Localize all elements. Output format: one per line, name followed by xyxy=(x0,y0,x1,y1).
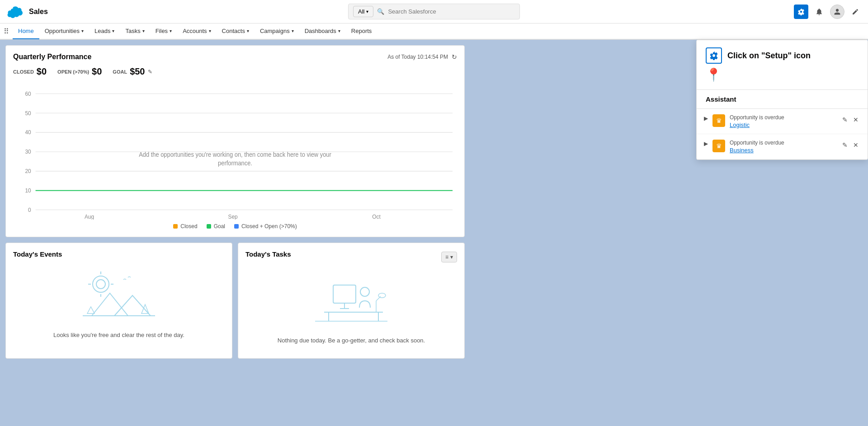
nav-files[interactable]: Files ▾ xyxy=(150,23,177,39)
svg-text:40: 40 xyxy=(25,129,31,136)
assistant-popup: Click on "Setup" icon 📍 Assistant ▶ ♛ Op… xyxy=(696,40,868,160)
open-stat: OPEN (>70%) $0 xyxy=(57,66,102,77)
closed-stat: CLOSED $0 xyxy=(13,66,47,77)
events-empty-text: Looks like you're free and clear the res… xyxy=(53,332,184,338)
accounts-chevron: ▾ xyxy=(209,28,211,33)
nav-contacts[interactable]: Contacts ▾ xyxy=(217,23,255,39)
bell-icon xyxy=(815,8,823,16)
search-bar: All ▾ 🔍 xyxy=(348,4,520,19)
nav-dashboards[interactable]: Dashboards ▾ xyxy=(299,23,346,39)
goal-value: $50 xyxy=(130,66,145,77)
events-title: Today's Events xyxy=(13,250,225,258)
assistant-close-1[interactable]: ✕ xyxy=(851,140,860,150)
svg-text:Oct: Oct xyxy=(372,213,381,220)
edit-button[interactable] xyxy=(848,5,863,19)
setup-icon-box xyxy=(706,47,722,64)
assistant-item-actions-0: ✎ ✕ xyxy=(840,114,860,125)
assistant-item-1: ▶ ♛ Opportunity is overdue Business ✎ ✕ xyxy=(697,134,868,159)
nav-campaigns[interactable]: Campaigns ▾ xyxy=(255,23,299,39)
svg-text:Sep: Sep xyxy=(228,213,237,220)
assistant-edit-0[interactable]: ✎ xyxy=(840,114,849,125)
svg-point-37 xyxy=(378,293,386,298)
campaigns-chevron: ▾ xyxy=(292,28,294,33)
legend-closed-label: Closed xyxy=(180,223,197,229)
tasks-filter-icon: ≡ xyxy=(445,254,448,260)
open-label: OPEN (>70%) xyxy=(57,69,89,75)
quarterly-performance-card: Quarterly Performance As of Today 10:14:… xyxy=(5,45,465,237)
assistant-item-0: ▶ ♛ Opportunity is overdue Logistic ✎ ✕ xyxy=(697,109,868,134)
events-empty: Looks like you're free and clear the res… xyxy=(13,263,225,346)
goal-stat: GOAL $50 ✎ xyxy=(113,66,152,77)
svg-marker-25 xyxy=(92,293,128,316)
tasks-illustration xyxy=(306,276,396,332)
right-panel: Click on "Setup" icon 📍 Assistant ▶ ♛ Op… xyxy=(470,40,868,426)
nav-leads[interactable]: Leads ▾ xyxy=(89,23,120,39)
legend-closed-open: Closed + Open (>70%) xyxy=(234,223,297,229)
contacts-chevron: ▾ xyxy=(247,28,249,33)
open-value: $0 xyxy=(92,66,102,77)
search-all-chevron: ▾ xyxy=(366,9,368,14)
search-input[interactable] xyxy=(388,8,515,15)
nav-opportunities[interactable]: Opportunities ▾ xyxy=(39,23,89,39)
setup-icon-button[interactable] xyxy=(794,5,808,19)
perf-meta: As of Today 10:14:54 PM ↻ xyxy=(387,53,457,61)
refresh-button[interactable]: ↻ xyxy=(452,53,457,61)
closed-value: $0 xyxy=(37,66,47,77)
main-nav: ⠿ Home Opportunities ▾ Leads ▾ Tasks ▾ F… xyxy=(0,23,868,40)
events-illustration xyxy=(78,271,160,326)
tasks-chevron: ▾ xyxy=(142,28,145,33)
performance-chart: 0 10 20 30 40 50 60 Aug Sep Oct Add the … xyxy=(13,84,457,220)
perf-stats: CLOSED $0 OPEN (>70%) $0 GOAL $50 ✎ xyxy=(13,66,457,77)
todays-tasks-card: Today's Tasks ≡ ▾ xyxy=(238,243,465,359)
chart-legend: Closed Goal Closed + Open (>70%) xyxy=(13,223,457,229)
app-name: Sales xyxy=(29,8,48,16)
assistant-item-content-0: Opportunity is overdue Logistic xyxy=(730,114,836,128)
pencil-icon xyxy=(852,8,859,15)
assistant-expand-1[interactable]: ▶ xyxy=(704,140,708,147)
svg-point-33 xyxy=(360,287,369,296)
legend-closed-open-label: Closed + Open (>70%) xyxy=(241,223,297,229)
assistant-close-0[interactable]: ✕ xyxy=(851,114,860,125)
nav-reports[interactable]: Reports xyxy=(346,23,377,39)
left-panel: Quarterly Performance As of Today 10:14:… xyxy=(0,40,470,426)
svg-text:performance.: performance. xyxy=(218,160,252,167)
assistant-item-link-1[interactable]: Business xyxy=(730,147,754,154)
nav-tasks[interactable]: Tasks ▾ xyxy=(120,23,150,39)
tasks-empty-text: Nothing due today. Be a go-getter, and c… xyxy=(278,337,425,344)
svg-point-20 xyxy=(96,280,105,289)
svg-text:50: 50 xyxy=(25,110,31,117)
as-of-text: As of Today 10:14:54 PM xyxy=(387,54,448,60)
main-content: Quarterly Performance As of Today 10:14:… xyxy=(0,40,868,426)
goal-edit-button[interactable]: ✎ xyxy=(148,69,152,75)
user-avatar-button[interactable] xyxy=(830,5,844,19)
svg-text:0: 0 xyxy=(28,206,31,213)
assistant-title: Assistant xyxy=(706,95,736,103)
top-nav: Sales All ▾ 🔍 xyxy=(0,0,868,23)
search-all-dropdown[interactable]: All ▾ xyxy=(353,6,373,17)
salesforce-logo[interactable] xyxy=(5,3,24,21)
legend-goal-dot xyxy=(207,224,211,229)
setup-hint-text: Click on "Setup" icon xyxy=(727,51,811,61)
assistant-crown-icon-0: ♛ xyxy=(712,114,725,127)
person-icon xyxy=(834,8,841,15)
search-icon: 🔍 xyxy=(377,8,384,15)
nav-home[interactable]: Home xyxy=(13,23,39,39)
goal-label: GOAL xyxy=(113,69,127,75)
nav-accounts[interactable]: Accounts ▾ xyxy=(177,23,216,39)
grid-icon[interactable]: ⠿ xyxy=(4,27,9,36)
chart-svg: 0 10 20 30 40 50 60 Aug Sep Oct Add the … xyxy=(13,84,457,220)
svg-text:30: 30 xyxy=(25,149,31,155)
legend-goal: Goal xyxy=(207,223,225,229)
assistant-item-link-0[interactable]: Logistic xyxy=(730,122,750,128)
assistant-edit-1[interactable]: ✎ xyxy=(840,140,849,150)
dashboards-chevron: ▾ xyxy=(338,28,340,33)
tasks-empty: Nothing due today. Be a go-getter, and c… xyxy=(245,269,457,351)
tasks-filter-button[interactable]: ≡ ▾ xyxy=(441,252,457,262)
svg-text:20: 20 xyxy=(25,168,31,175)
svg-rect-30 xyxy=(333,285,356,303)
svg-text:60: 60 xyxy=(25,90,31,97)
svg-point-19 xyxy=(93,276,109,292)
assistant-item-title-1: Opportunity is overdue xyxy=(730,140,836,146)
assistant-expand-0[interactable]: ▶ xyxy=(704,115,708,122)
notifications-button[interactable] xyxy=(812,5,826,19)
